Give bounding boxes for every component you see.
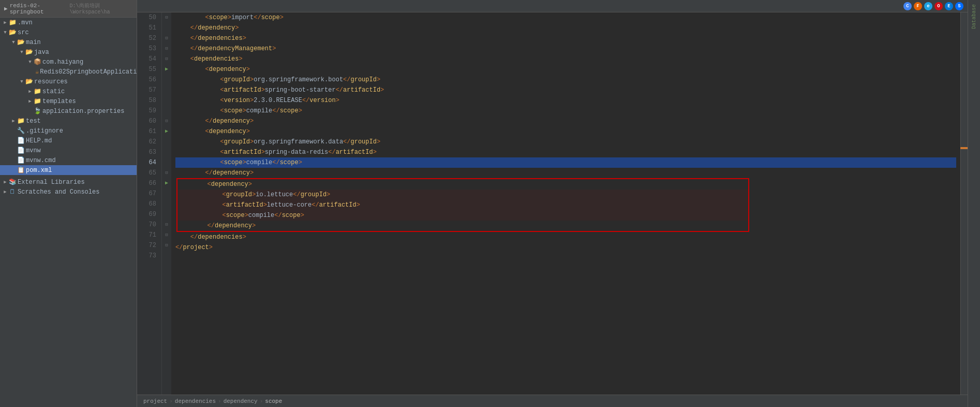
breadcrumb-project: project <box>143 398 167 404</box>
sidebar-item-src[interactable]: ▼ 📂 src <box>0 27 137 37</box>
label-main-class: Redis02SpringbootApplication <box>40 68 137 76</box>
label-mvnw: mvnw <box>26 147 41 154</box>
sidebar-item-main[interactable]: ▼ 📂 main <box>0 37 137 47</box>
code-line-58: <version>2.3.0.RELEASE</version> <box>175 95 956 106</box>
label-package: com.haiyang <box>42 59 83 66</box>
linenum-72: 72 <box>139 240 159 251</box>
sidebar-item-help[interactable]: 📄 HELP.md <box>0 136 137 146</box>
project-icon: ▶ <box>4 5 8 12</box>
xml-icon-pom: 📋 <box>17 166 25 174</box>
editor-container: 50 51 52 53 54 55 56 57 58 59 60 61 62 6… <box>137 12 968 395</box>
sidebar-item-resources[interactable]: ▼ 📂 resources <box>0 77 137 86</box>
database-tab[interactable]: Database <box>969 0 979 33</box>
folder-icon-test: 📁 <box>17 117 25 125</box>
code-line-61: <dependency> <box>175 126 956 137</box>
gutter-71: ⊟ <box>162 230 171 240</box>
scroll-indicator <box>960 147 968 149</box>
code-editor[interactable]: <scope>import</scope> </dependency> </de… <box>171 12 960 395</box>
sidebar-item-package[interactable]: ▼ 📦 com.haiyang <box>0 57 137 67</box>
opera-icon[interactable]: O <box>934 2 943 10</box>
linenum-52: 52 <box>139 33 159 43</box>
linenum-60: 60 <box>139 116 159 126</box>
sidebar-item-mvnw[interactable]: 📄 mvnw <box>0 146 137 155</box>
gutter-62 <box>162 137 171 147</box>
label-mvn: .mvn <box>18 19 33 26</box>
sidebar-item-mvn[interactable]: ▶ 📁 .mvn <box>0 18 137 27</box>
gutter-58 <box>162 95 171 106</box>
folder-icon-templates: 📁 <box>33 97 41 105</box>
safari-icon[interactable]: S <box>955 2 963 10</box>
sidebar-item-properties[interactable]: 🍃 application.properties <box>0 106 137 116</box>
linenum-54: 54 <box>139 54 159 64</box>
linenum-64: 64 <box>139 157 159 168</box>
code-line-72: </project> <box>175 242 956 253</box>
label-gitignore: .gitignore <box>26 127 63 135</box>
linenum-50: 50 <box>139 12 159 23</box>
linenum-66: 66 <box>139 178 159 188</box>
gutter: ⊟ ⊟ ⊟ ⊟ ▶ ⊟ ▶ ⊟ ▶ ⊟ ⊟ ⊟ <box>162 12 171 395</box>
arrow-resources: ▼ <box>19 79 25 84</box>
linenum-69: 69 <box>139 209 159 220</box>
code-line-67: <groupId>io.lettuce</groupId> <box>176 190 749 200</box>
code-line-50: <scope>import</scope> <box>175 12 956 23</box>
gutter-56 <box>162 75 171 85</box>
sidebar-item-static[interactable]: ▶ 📁 static <box>0 86 137 96</box>
gutter-51 <box>162 23 171 33</box>
sidebar-item-mvnw-cmd[interactable]: 📄 mvnw.cmd <box>0 155 137 165</box>
label-pom: pom.xml <box>26 167 52 174</box>
sidebar-item-templates[interactable]: ▶ 📁 templates <box>0 96 137 106</box>
gutter-61: ▶ <box>162 126 171 137</box>
folder-icon-main: 📂 <box>17 38 25 46</box>
gutter-67 <box>162 188 171 199</box>
code-line-70: </dependency> <box>176 221 749 232</box>
code-line-52: </dependencies> <box>175 33 956 43</box>
gutter-72: ⊟ <box>162 240 171 251</box>
edge-icon[interactable]: E <box>945 2 953 10</box>
sidebar-item-main-class[interactable]: ☕ Redis02SpringbootApplication <box>0 67 137 77</box>
code-line-71: </dependencies> <box>175 232 956 242</box>
help-icon: 📄 <box>17 137 25 144</box>
sidebar-item-external-libraries[interactable]: ▶ 📚 External Libraries <box>0 177 137 187</box>
gitignore-icon: 🔧 <box>17 127 25 135</box>
code-line-62: <groupId>org.springframework.data</group… <box>175 137 956 147</box>
gutter-69 <box>162 209 171 220</box>
code-line-60: </dependency> <box>175 116 956 126</box>
folder-icon-java: 📂 <box>25 48 33 56</box>
code-line-56: <groupId>org.springframework.boot</group… <box>175 75 956 85</box>
label-ext-lib: External Libraries <box>18 179 85 186</box>
sidebar-item-java[interactable]: ▼ 📂 java <box>0 47 137 57</box>
gutter-66: ▶ <box>162 178 171 188</box>
breadcrumb-sep-2: › <box>218 398 221 404</box>
scratch-icon: 🗒 <box>8 188 17 196</box>
arrow-templates: ▶ <box>27 98 33 104</box>
firefox-icon[interactable]: F <box>914 2 922 10</box>
ie-icon[interactable]: e <box>924 2 932 10</box>
arrow-scratches: ▶ <box>2 189 8 195</box>
linenum-67: 67 <box>139 188 159 199</box>
arrow-static: ▶ <box>27 89 33 94</box>
java-icon: ☕ <box>35 68 39 76</box>
arrow-java: ▼ <box>19 50 25 55</box>
chrome-icon[interactable]: C <box>903 2 912 10</box>
sidebar-header: ▶ redis-02-springboot D:\尚前培训\Workspace\… <box>0 0 137 18</box>
sidebar-item-gitignore[interactable]: 🔧 .gitignore <box>0 126 137 136</box>
sidebar-item-scratches[interactable]: ▶ 🗒 Scratches and Consoles <box>0 187 137 197</box>
gutter-70: ⊟ <box>162 220 171 230</box>
sidebar-item-pom[interactable]: 📋 pom.xml <box>0 165 137 175</box>
label-scratches: Scratches and Consoles <box>18 188 99 196</box>
gutter-65: ⊟ <box>162 168 171 178</box>
code-line-68: <artifactId>lettuce-core</artifactId> <box>176 200 749 210</box>
right-sidebar: Database <box>968 0 980 407</box>
gutter-73 <box>162 251 171 261</box>
label-mvnw-cmd: mvnw.cmd <box>26 157 56 164</box>
arrow-test: ▶ <box>10 118 17 124</box>
package-icon: 📦 <box>33 58 41 66</box>
gutter-68 <box>162 199 171 209</box>
code-line-53: </dependencyManagement> <box>175 43 956 54</box>
sidebar-item-test[interactable]: ▶ 📁 test <box>0 116 137 126</box>
label-help: HELP.md <box>26 137 52 144</box>
code-line-57: <artifactId>spring-boot-starter</artifac… <box>175 85 956 95</box>
breadcrumb-sep-3: › <box>260 398 263 404</box>
right-scroll-gutter[interactable] <box>960 12 968 395</box>
linenum-61: 61 <box>139 126 159 137</box>
